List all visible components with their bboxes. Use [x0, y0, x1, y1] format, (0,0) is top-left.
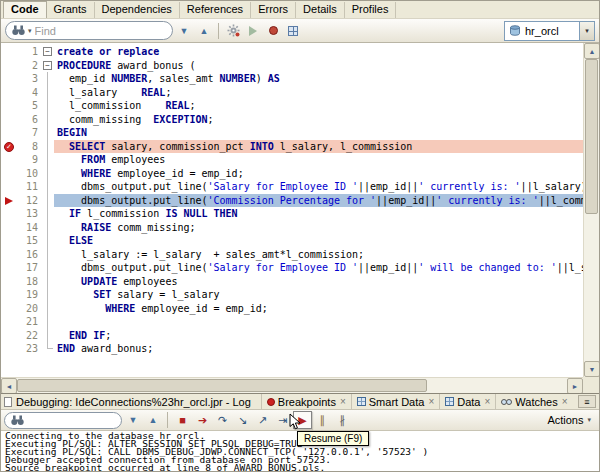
breakpoint-gutter[interactable] [1, 315, 19, 329]
breakpoint-gutter[interactable] [1, 275, 19, 289]
step-into-button[interactable]: ↘ [233, 411, 252, 429]
breakpoint-gutter[interactable] [1, 153, 19, 167]
tab-smart-data[interactable]: Smart Data× [351, 394, 439, 409]
code-text[interactable]: PROCEDURE award_bonus ( [54, 59, 583, 73]
code-text[interactable]: RAISE comm_missing; [54, 221, 583, 235]
tab-dependencies[interactable]: Dependencies [95, 2, 180, 18]
horizontal-scrollbar-thumb[interactable] [17, 379, 427, 392]
code-text[interactable]: l_salary := l_salary + sales_amt*l_commi… [54, 248, 583, 262]
code-text[interactable]: SET salary = l_salary [54, 288, 583, 302]
tab-errors[interactable]: Errors [251, 2, 296, 18]
terminate-button[interactable]: ■ [173, 411, 192, 429]
connection-dropdown-button[interactable]: ▾ [580, 21, 595, 41]
breakpoint-gutter[interactable]: ✓ [1, 140, 19, 154]
code-text[interactable]: WHERE employee_id = emp_id; [54, 167, 583, 181]
close-icon[interactable]: × [485, 396, 491, 407]
tab-code[interactable]: Code [3, 1, 47, 18]
run-button[interactable] [244, 22, 262, 40]
step-out-button[interactable]: ↗ [253, 411, 272, 429]
code-text[interactable]: IF l_commission IS NULL THEN [54, 207, 583, 221]
close-icon[interactable]: × [428, 396, 434, 407]
scroll-down-button[interactable]: ▼ [584, 361, 600, 377]
debug-button[interactable] [264, 22, 282, 40]
code-text[interactable]: create or replace [54, 45, 583, 59]
step-over-button[interactable]: ↷ [213, 411, 232, 429]
code-text[interactable]: END IF; [54, 329, 583, 343]
code-text[interactable]: END award_bonus; [54, 342, 583, 356]
pause-button[interactable]: ∥ [313, 411, 332, 429]
code-text[interactable]: comm_missing EXCEPTION; [54, 113, 583, 127]
breakpoint-gutter[interactable] [1, 86, 19, 100]
breakpoint-gutter[interactable] [1, 248, 19, 262]
breakpoint-gutter[interactable] [1, 194, 19, 208]
breakpoint-gutter[interactable] [1, 329, 19, 343]
log-find-previous-button[interactable]: ▲ [144, 411, 162, 429]
find-options-dropdown-icon[interactable]: ▾ [28, 27, 32, 35]
breakpoint-gutter[interactable] [1, 167, 19, 181]
find-previous-button[interactable]: ▲ [195, 22, 213, 40]
breakpoint-gutter[interactable] [1, 261, 19, 275]
vertical-scrollbar-thumb[interactable] [585, 59, 598, 214]
close-icon[interactable]: × [562, 396, 568, 407]
suspend-all-breakpoints-button[interactable]: ∦ [333, 411, 352, 429]
fold-toggle-icon[interactable]: − [43, 47, 52, 56]
log-find-input[interactable] [27, 414, 115, 426]
breakpoint-gutter[interactable] [1, 180, 19, 194]
editor-find-input[interactable] [35, 25, 166, 37]
close-icon[interactable]: × [340, 396, 346, 407]
code-text[interactable]: UPDATE employees [54, 275, 583, 289]
tab-details[interactable]: Details [296, 2, 345, 18]
code-text[interactable]: dbms_output.put_line('Commission Percent… [54, 194, 583, 208]
tab-breakpoints[interactable]: Breakpoints× [261, 394, 351, 409]
code-text[interactable]: dbms_output.put_line('Salary for Employe… [54, 180, 583, 194]
tab-watches[interactable]: Watches× [495, 394, 572, 409]
breakpoint-gutter[interactable] [1, 113, 19, 127]
breakpoint-gutter[interactable] [1, 59, 19, 73]
code-text[interactable]: l_salary REAL; [54, 86, 583, 100]
scroll-right-button[interactable]: ► [567, 378, 583, 394]
scroll-up-button[interactable]: ▲ [584, 43, 600, 59]
find-next-button[interactable]: ▼ [175, 22, 193, 40]
code-text[interactable]: emp_id NUMBER, sales_amt NUMBER) AS [54, 72, 583, 86]
actions-dropdown[interactable]: Actions ▾ [542, 412, 596, 428]
tab-profiles[interactable]: Profiles [345, 2, 397, 18]
log-panel-title[interactable]: Debugging: IdeConnections%23hr_orcl.jpr … [16, 396, 251, 408]
breakpoint-gutter[interactable] [1, 45, 19, 59]
code-text[interactable]: WHERE employee_id = emp_id; [54, 302, 583, 316]
breakpoint-gutter[interactable] [1, 302, 19, 316]
code-text[interactable]: BEGIN [54, 126, 583, 140]
tab-references[interactable]: References [180, 2, 251, 18]
code-text[interactable]: l_commission REAL; [54, 99, 583, 113]
vertical-scrollbar[interactable]: ▲ ▼ [583, 43, 599, 377]
code-viewport[interactable]: 1−create or replace2−PROCEDURE award_bon… [1, 43, 583, 377]
log-find-box[interactable] [4, 412, 122, 429]
code-text[interactable] [54, 315, 583, 329]
breakpoint-gutter[interactable] [1, 72, 19, 86]
breakpoint-gutter[interactable] [1, 126, 19, 140]
breakpoint-gutter[interactable] [1, 342, 19, 356]
code-text[interactable]: ELSE [54, 234, 583, 248]
tab-grants[interactable]: Grants [47, 2, 95, 18]
window-list-button[interactable] [284, 22, 302, 40]
panel-menu-button[interactable]: ≡ [578, 395, 596, 408]
editor-find-box[interactable]: ▾ [5, 21, 173, 40]
code-text[interactable]: SELECT salary, commission_pct INTO l_sal… [54, 140, 583, 154]
breakpoint-arrow-icon[interactable] [5, 197, 13, 205]
horizontal-scrollbar[interactable]: ◄ ► [1, 377, 583, 393]
scroll-left-button[interactable]: ◄ [1, 378, 17, 394]
code-text[interactable]: FROM employees [54, 153, 583, 167]
fold-toggle-icon[interactable]: − [43, 61, 52, 70]
breakpoint-gutter[interactable] [1, 99, 19, 113]
log-find-next-button[interactable]: ▼ [124, 411, 142, 429]
breakpoint-gutter[interactable] [1, 207, 19, 221]
find-execution-point-icon: ➔ [198, 415, 207, 426]
compile-button[interactable] [224, 22, 242, 40]
breakpoint-verified-icon[interactable]: ✓ [4, 142, 14, 152]
breakpoint-gutter[interactable] [1, 234, 19, 248]
connection-selector[interactable]: hr_orcl [504, 21, 580, 41]
code-text[interactable]: dbms_output.put_line('Salary for Employe… [54, 261, 583, 275]
breakpoint-gutter[interactable] [1, 221, 19, 235]
find-execution-point-button[interactable]: ➔ [193, 411, 212, 429]
breakpoint-gutter[interactable] [1, 288, 19, 302]
tab-data[interactable]: Data× [439, 394, 495, 409]
